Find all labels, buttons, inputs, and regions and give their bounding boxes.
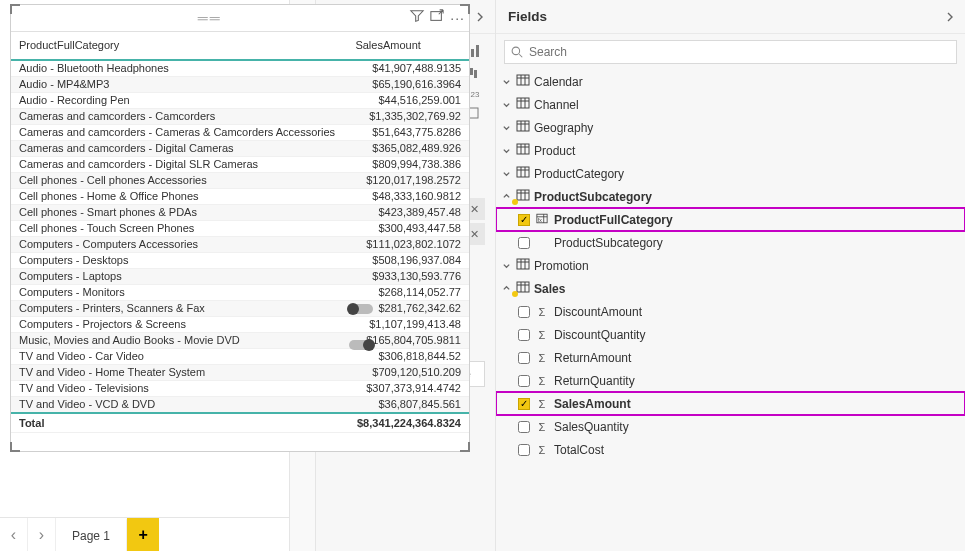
- table-row[interactable]: Cell phones - Smart phones & PDAs$423,38…: [11, 204, 469, 220]
- field-returnquantity[interactable]: ΣReturnQuantity: [496, 369, 965, 392]
- svg-rect-21: [476, 45, 479, 57]
- table-row[interactable]: Audio - MP4&MP3$65,190,616.3964: [11, 76, 469, 92]
- table-node-sales[interactable]: Sales: [496, 277, 965, 300]
- table-node-productsubcategory[interactable]: ProductSubcategory: [496, 185, 965, 208]
- sigma-icon: Σ: [535, 352, 549, 364]
- field-discountamount[interactable]: ΣDiscountAmount: [496, 300, 965, 323]
- table-row[interactable]: Computers - Laptops$933,130,593.776: [11, 268, 469, 284]
- table-row[interactable]: Cell phones - Home & Office Phones$48,33…: [11, 188, 469, 204]
- field-checkbox[interactable]: [518, 237, 530, 249]
- report-canvas[interactable]: ══ ··· ProductFullCategory SalesAmount A…: [0, 0, 290, 551]
- table-row[interactable]: Cell phones - Touch Screen Phones$300,49…: [11, 220, 469, 236]
- svg-rect-83: [517, 167, 529, 177]
- field-checkbox[interactable]: [518, 375, 530, 387]
- table-row[interactable]: TV and Video - Televisions$307,373,914.4…: [11, 380, 469, 396]
- resize-handle-br[interactable]: [460, 442, 470, 452]
- total-row: Total$8,341,224,364.8324: [11, 413, 469, 433]
- resize-handle-bl[interactable]: [10, 442, 20, 452]
- svg-rect-75: [517, 121, 529, 131]
- table-row[interactable]: Computers - Printers, Scanners & Fax$281…: [11, 300, 469, 316]
- page-prev-button[interactable]: ‹: [0, 518, 28, 551]
- svg-rect-29: [474, 70, 477, 78]
- table-icon: [516, 281, 530, 296]
- checkbox-checked-icon[interactable]: ✓: [518, 398, 530, 410]
- field-checkbox[interactable]: [518, 352, 530, 364]
- page-tab-1[interactable]: Page 1: [56, 518, 127, 551]
- table-row[interactable]: TV and Video - VCD & DVD$36,807,845.561: [11, 396, 469, 413]
- table-row[interactable]: Cameras and camcorders - Digital SLR Cam…: [11, 156, 469, 172]
- field-productfullcategory[interactable]: ✓fxProductFullCategory: [496, 208, 965, 231]
- fields-search-input[interactable]: [529, 45, 950, 59]
- table-icon: [516, 143, 530, 158]
- field-discountquantity[interactable]: ΣDiscountQuantity: [496, 323, 965, 346]
- chevron-up-icon[interactable]: [502, 282, 512, 296]
- col-header-amount[interactable]: SalesAmount: [347, 32, 469, 60]
- chevron-down-icon[interactable]: [502, 121, 512, 135]
- table-node-productcategory[interactable]: ProductCategory: [496, 162, 965, 185]
- sigma-icon: Σ: [535, 421, 549, 433]
- table-row[interactable]: TV and Video - Home Theater System$709,1…: [11, 364, 469, 380]
- resize-handle-tl[interactable]: [10, 4, 20, 14]
- svg-rect-20: [471, 49, 474, 57]
- field-checkbox[interactable]: [518, 306, 530, 318]
- chevron-down-icon[interactable]: [502, 167, 512, 181]
- col-header-category[interactable]: ProductFullCategory: [11, 32, 347, 60]
- table-row[interactable]: Cell phones - Cell phones Accessories$12…: [11, 172, 469, 188]
- focus-mode-icon[interactable]: [430, 9, 444, 27]
- resize-handle-tr[interactable]: [460, 4, 470, 14]
- table-node-calendar[interactable]: Calendar: [496, 70, 965, 93]
- collapse-viz-icon[interactable]: [475, 12, 485, 22]
- chevron-down-icon[interactable]: [502, 98, 512, 112]
- fields-title: Fields: [508, 9, 547, 24]
- table-icon: [516, 74, 530, 89]
- field-checkbox[interactable]: [518, 421, 530, 433]
- sigma-icon: Σ: [535, 329, 549, 341]
- remove-field-icon[interactable]: ✕: [470, 228, 479, 241]
- field-salesquantity[interactable]: ΣSalesQuantity: [496, 415, 965, 438]
- chevron-down-icon[interactable]: [502, 144, 512, 158]
- table-row[interactable]: Cameras and camcorders - Camcorders$1,33…: [11, 108, 469, 124]
- svg-rect-67: [517, 75, 529, 85]
- table-row[interactable]: Computers - Projectors & Screens$1,107,1…: [11, 316, 469, 332]
- sigma-icon: Σ: [535, 306, 549, 318]
- table-row[interactable]: Audio - Recording Pen$44,516,259.001: [11, 92, 469, 108]
- table-visual-selected[interactable]: ══ ··· ProductFullCategory SalesAmount A…: [10, 4, 470, 452]
- field-totalcost[interactable]: ΣTotalCost: [496, 438, 965, 461]
- svg-rect-87: [517, 190, 529, 200]
- table-icon: [516, 120, 530, 135]
- chevron-down-icon[interactable]: [502, 259, 512, 273]
- table-row[interactable]: Music, Movies and Audio Books - Movie DV…: [11, 332, 469, 348]
- table-row[interactable]: TV and Video - Car Video$306,818,844.52: [11, 348, 469, 364]
- field-productsubcategory[interactable]: ProductSubcategory: [496, 231, 965, 254]
- svg-rect-99: [517, 282, 529, 292]
- table-node-geography[interactable]: Geography: [496, 116, 965, 139]
- field-salesamount[interactable]: ✓ΣSalesAmount: [496, 392, 965, 415]
- table-row[interactable]: Cameras and camcorders - Cameras & Camco…: [11, 124, 469, 140]
- page-next-button[interactable]: ›: [28, 518, 56, 551]
- table-node-product[interactable]: Product: [496, 139, 965, 162]
- table-node-promotion[interactable]: Promotion: [496, 254, 965, 277]
- collapse-fields-icon[interactable]: [945, 12, 955, 22]
- table-row[interactable]: Computers - Monitors$268,114,052.77: [11, 284, 469, 300]
- field-checkbox[interactable]: [518, 444, 530, 456]
- add-page-button[interactable]: +: [127, 518, 159, 551]
- filter-icon[interactable]: [410, 9, 424, 27]
- remove-field-icon[interactable]: ✕: [470, 203, 479, 216]
- chevron-up-icon[interactable]: [502, 190, 512, 204]
- table-icon: [516, 189, 530, 204]
- table-row[interactable]: Audio - Bluetooth Headphones$41,907,488.…: [11, 60, 469, 77]
- table-row[interactable]: Computers - Desktops$508,196,937.084: [11, 252, 469, 268]
- svg-rect-28: [470, 68, 473, 75]
- checkbox-checked-icon[interactable]: ✓: [518, 214, 530, 226]
- field-checkbox[interactable]: [518, 329, 530, 341]
- svg-text:fx: fx: [538, 217, 542, 223]
- table-row[interactable]: Cameras and camcorders - Digital Cameras…: [11, 140, 469, 156]
- visual-header: ══ ···: [11, 5, 469, 31]
- table-row[interactable]: Computers - Computers Accessories$111,02…: [11, 236, 469, 252]
- chevron-down-icon[interactable]: [502, 75, 512, 89]
- fields-search[interactable]: [504, 40, 957, 64]
- drag-handle-icon[interactable]: ══: [15, 10, 404, 26]
- table-node-channel[interactable]: Channel: [496, 93, 965, 116]
- field-returnamount[interactable]: ΣReturnAmount: [496, 346, 965, 369]
- data-table: ProductFullCategory SalesAmount Audio - …: [11, 31, 469, 433]
